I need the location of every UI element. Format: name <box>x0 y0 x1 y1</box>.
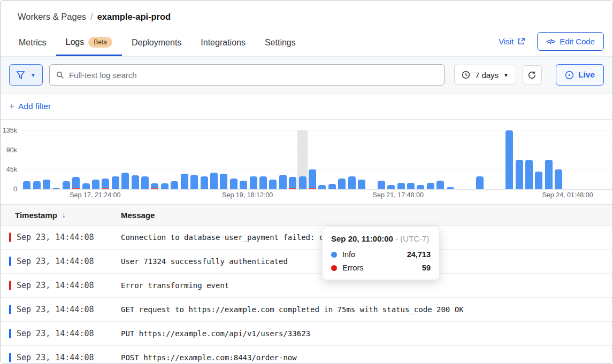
log-row[interactable]: Sep 23, 14:44:08User 71324 successfully … <box>1 250 612 274</box>
bar-slot[interactable] <box>416 130 425 189</box>
bar-slot[interactable] <box>386 130 396 189</box>
bar-slot[interactable] <box>544 130 554 189</box>
bar-slot[interactable] <box>248 130 258 189</box>
bar-slot[interactable] <box>603 130 612 189</box>
bar-slot[interactable] <box>308 130 317 189</box>
log-row[interactable]: Sep 23, 14:44:08POST https://example.com… <box>1 346 612 364</box>
bar-slot[interactable] <box>583 130 593 189</box>
bar-slot[interactable] <box>475 130 485 189</box>
bar-slot[interactable] <box>189 130 199 189</box>
bar-slot[interactable] <box>435 130 445 189</box>
beta-badge: Beta <box>88 37 112 48</box>
bar-slot[interactable] <box>524 130 534 189</box>
bar-slot[interactable] <box>170 130 179 189</box>
bar-slot[interactable] <box>554 130 563 189</box>
bar-slot[interactable] <box>396 130 405 189</box>
bar-slot[interactable] <box>51 130 61 189</box>
tab-metrics[interactable]: Metrics <box>9 33 56 56</box>
bar-slot[interactable] <box>357 130 366 189</box>
bar-slot[interactable] <box>485 130 494 189</box>
bar-slot[interactable] <box>377 130 386 189</box>
stacked-bar <box>132 130 139 189</box>
breadcrumb-separator: / <box>90 12 93 21</box>
bar-slot[interactable] <box>32 130 41 189</box>
info-bar-segment <box>447 187 454 189</box>
search-input[interactable] <box>69 71 438 80</box>
tab-deployments[interactable]: Deployments <box>122 33 191 56</box>
message-column-header[interactable]: Message <box>121 211 155 220</box>
bar-slot[interactable] <box>573 130 583 189</box>
timestamp-column-header[interactable]: Timestamp ↓ <box>15 210 121 220</box>
bar-slot[interactable] <box>278 130 288 189</box>
bar-slot[interactable] <box>101 130 110 189</box>
error-bar-segment <box>72 188 80 189</box>
bar-slot[interactable] <box>91 130 101 189</box>
bar-slot[interactable] <box>268 130 278 189</box>
bar-slot[interactable] <box>140 130 150 189</box>
bar-slot[interactable] <box>514 130 524 189</box>
bar-slot[interactable] <box>337 130 347 189</box>
stacked-bar <box>33 130 41 189</box>
message-cell: Connection to database user_payment fail… <box>121 233 387 242</box>
tab-logs[interactable]: LogsBeta <box>56 32 122 56</box>
info-bar-segment <box>338 179 346 189</box>
filter-dropdown-button[interactable]: ▼ <box>9 64 43 86</box>
bar-slot[interactable] <box>347 130 356 189</box>
info-bar-segment <box>427 183 434 189</box>
bar-slot[interactable] <box>593 130 603 189</box>
bar-slot[interactable] <box>229 130 239 189</box>
bar-slot[interactable] <box>426 130 435 189</box>
bar-slot[interactable] <box>81 130 90 189</box>
time-range-button[interactable]: 7 days ▼ <box>454 65 516 85</box>
stacked-bar <box>259 130 267 189</box>
bar-slot[interactable] <box>111 130 120 189</box>
bar-slot[interactable] <box>327 130 337 189</box>
bar-slot[interactable] <box>150 130 159 189</box>
bar-slot[interactable] <box>504 130 514 189</box>
info-bar-segment <box>220 174 227 189</box>
bar-slot[interactable] <box>120 130 130 189</box>
bar-slot[interactable] <box>199 130 209 189</box>
bar-slot[interactable] <box>534 130 543 189</box>
edit-code-button[interactable]: </> Edit Code <box>537 32 604 51</box>
log-table: Timestamp ↓ Message Sep 23, 14:44:08Conn… <box>1 204 612 364</box>
bar-slot[interactable] <box>445 130 455 189</box>
info-bar-segment <box>436 181 444 189</box>
log-row[interactable]: Sep 23, 14:44:08PUT https://example.com/… <box>1 322 612 346</box>
visit-link[interactable]: Visit <box>499 37 525 46</box>
bar-slot[interactable] <box>495 130 504 189</box>
bar-slot[interactable] <box>366 130 376 189</box>
hovered-bar-slot[interactable] <box>297 130 307 189</box>
bar-slot[interactable] <box>209 130 219 189</box>
bar-slot[interactable] <box>317 130 327 189</box>
bar-slot[interactable] <box>62 130 71 189</box>
log-row[interactable]: Sep 23, 14:44:08Connection to database u… <box>1 226 612 250</box>
bar-slot[interactable] <box>406 130 416 189</box>
bar-slot[interactable] <box>42 130 51 189</box>
bar-slot[interactable] <box>288 130 297 189</box>
bar-slot[interactable] <box>455 130 465 189</box>
tab-integrations[interactable]: Integrations <box>191 33 255 56</box>
chart-plot-area <box>22 130 612 189</box>
log-row[interactable]: Sep 23, 14:44:08GET request to https://e… <box>1 298 612 322</box>
tab-settings[interactable]: Settings <box>255 33 305 56</box>
time-range-label: 7 days <box>475 71 499 80</box>
bar-slot[interactable] <box>258 130 268 189</box>
bar-slot[interactable] <box>71 130 81 189</box>
add-filter-button[interactable]: + Add filter <box>1 94 612 120</box>
bar-slot[interactable] <box>219 130 228 189</box>
refresh-button[interactable] <box>523 65 542 84</box>
bar-slot[interactable] <box>22 130 32 189</box>
clock-icon <box>462 71 470 79</box>
breadcrumb-workers-pages[interactable]: Workers & Pages <box>18 12 86 21</box>
stacked-bar <box>52 130 60 189</box>
table-header: Timestamp ↓ Message <box>1 205 612 226</box>
live-button[interactable]: Live <box>556 64 604 86</box>
bar-slot[interactable] <box>130 130 140 189</box>
bar-slot[interactable] <box>465 130 474 189</box>
log-row[interactable]: Sep 23, 14:44:08Error transforming event <box>1 274 612 298</box>
bar-slot[interactable] <box>239 130 248 189</box>
bar-slot[interactable] <box>563 130 573 189</box>
bar-slot[interactable] <box>180 130 189 189</box>
bar-slot[interactable] <box>160 130 170 189</box>
